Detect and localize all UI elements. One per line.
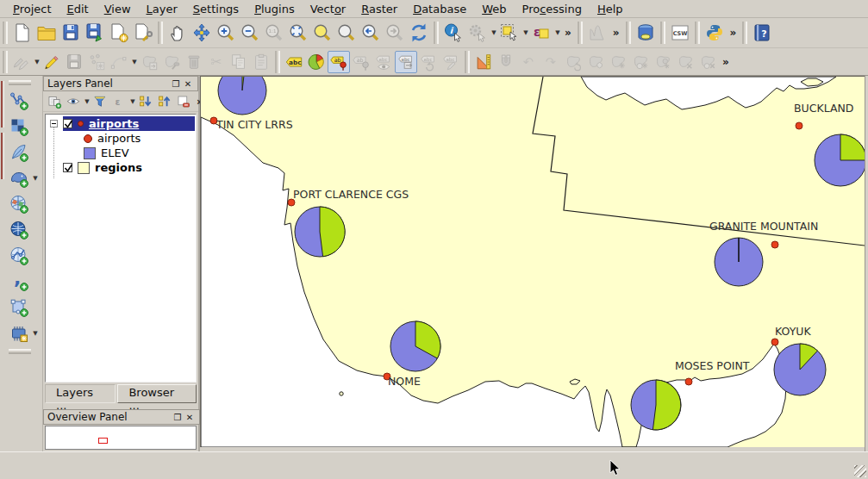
manage-layer-visibility-button[interactable] [64, 92, 83, 111]
select-features-button[interactable] [497, 21, 521, 45]
dock-tab-layers[interactable]: Layers ... [45, 384, 116, 403]
dropdown-arrow-icon[interactable]: ▼ [490, 29, 497, 36]
help-contents-button[interactable]: ? [750, 21, 774, 45]
toolbar-grip[interactable] [742, 22, 747, 44]
menu-vector[interactable]: Vector [303, 1, 353, 17]
menu-view[interactable]: View [97, 1, 139, 17]
toolbar-overflow-chevron[interactable]: » [561, 27, 575, 39]
composer-manager-button[interactable] [131, 21, 155, 45]
new-print-composer-button[interactable] [107, 21, 131, 45]
close-panel-icon[interactable]: ✕ [182, 79, 194, 89]
toolbar-edge-grip[interactable] [1, 76, 6, 451]
zoom-full-button[interactable] [286, 21, 310, 45]
dropdown-arrow-icon[interactable]: ▼ [34, 59, 41, 65]
float-panel-icon[interactable]: ❐ [172, 413, 184, 422]
menu-web[interactable]: Web [474, 1, 514, 17]
menu-help[interactable]: Help [590, 1, 631, 17]
dropdown-arrow-icon[interactable]: ▼ [129, 98, 136, 105]
toolbar-overflow-chevron[interactable]: » [727, 27, 740, 39]
toolbar-grip[interactable] [275, 51, 280, 73]
new-project-button[interactable] [10, 21, 34, 45]
add-raster-layer-button[interactable] [7, 115, 31, 139]
save-project-button[interactable] [59, 21, 83, 45]
menu-processing[interactable]: Processing [515, 1, 590, 17]
toolbar-grip[interactable] [465, 51, 470, 73]
dropdown-arrow-icon[interactable]: ▼ [522, 29, 529, 36]
toolbar-grip[interactable] [9, 80, 31, 85]
zoom-last-button[interactable] [359, 21, 383, 45]
toolbar-overflow-chevron[interactable]: » [719, 56, 733, 68]
filter-legend-button[interactable] [91, 92, 109, 111]
toolbar-grip[interactable] [9, 349, 31, 354]
save-project-as-button[interactable] [83, 21, 107, 45]
menu-database[interactable]: Database [405, 1, 474, 17]
dock-tab-browser[interactable]: Browser ... [117, 384, 197, 403]
toolbar-grip[interactable] [434, 22, 439, 44]
open-project-button[interactable] [34, 21, 59, 45]
toolbar-grip[interactable] [3, 51, 8, 73]
add-postgis-layer-button[interactable] [7, 166, 31, 190]
toolbar-grip[interactable] [578, 22, 583, 44]
layer-visibility-checkbox[interactable] [63, 163, 72, 172]
dropdown-arrow-icon[interactable]: ▼ [32, 175, 39, 182]
toolbar-grip[interactable] [660, 22, 665, 44]
toolbar-overflow-chevron[interactable]: » [609, 27, 623, 39]
menu-plugins[interactable]: Plugins [247, 1, 303, 17]
pan-map-button[interactable] [165, 21, 190, 45]
dropdown-arrow-icon[interactable]: ▼ [32, 330, 39, 337]
add-vector-layer-button[interactable] [7, 89, 31, 113]
zoom-to-layer-button[interactable] [310, 21, 334, 45]
layer-tree-row[interactable]: ELEV [46, 146, 196, 160]
add-wms-layer-button[interactable] [7, 192, 31, 216]
menu-project[interactable]: Project [5, 1, 59, 17]
add-wfs-layer-button[interactable] [7, 244, 31, 268]
db-manager-button[interactable] [634, 21, 658, 45]
remove-layer-group-button[interactable] [174, 92, 193, 111]
map-canvas[interactable]: TIN CITY LRRSPORT CLARENCE CGSNOMEBUCKLA… [200, 76, 865, 447]
menu-layer[interactable]: Layer [139, 1, 185, 17]
close-panel-icon[interactable]: ✕ [184, 413, 196, 422]
expand-all-button[interactable] [136, 92, 155, 111]
layer-label[interactable]: regions [95, 161, 142, 174]
dropdown-arrow-icon[interactable]: ▼ [131, 59, 138, 65]
pan-to-selection-button[interactable] [190, 21, 214, 45]
python-console-button[interactable] [703, 21, 727, 45]
toggle-editing-button[interactable] [41, 51, 63, 73]
toolbar-grip[interactable] [626, 22, 631, 44]
layer-visibility-checkbox[interactable] [63, 119, 72, 128]
highlight-pinned-labels-button[interactable]: ab [328, 51, 350, 73]
layer-tree-row[interactable]: airports [46, 116, 196, 131]
identify-features-button[interactable]: i [441, 21, 465, 45]
refresh-map-button[interactable] [407, 21, 431, 45]
collapse-all-button[interactable] [155, 92, 174, 111]
menu-raster[interactable]: Raster [353, 1, 405, 17]
toolbar-grip[interactable] [158, 22, 163, 44]
add-delimited-text-layer-button[interactable]: , [7, 270, 31, 294]
menu-settings[interactable]: Settings [185, 1, 247, 17]
window-resize-grip[interactable] [854, 465, 866, 477]
toolbar-grip[interactable] [695, 22, 700, 44]
move-label-button[interactable]: abc [395, 51, 417, 73]
layer-label[interactable]: airports [97, 132, 141, 145]
tree-expander-minus[interactable] [50, 120, 58, 128]
dropdown-arrow-icon[interactable]: ▼ [554, 29, 561, 36]
add-spatialite-layer-button[interactable] [7, 140, 31, 165]
zoom-out-button[interactable] [238, 21, 262, 45]
filter-by-expression-button[interactable]: ε [109, 92, 128, 111]
overview-map[interactable] [45, 426, 197, 450]
layer-tree-row[interactable]: airports [46, 131, 196, 146]
dropdown-arrow-icon[interactable]: ▼ [84, 98, 91, 105]
toolbar-grip[interactable] [3, 22, 8, 44]
zoom-to-selection-button[interactable] [334, 21, 359, 45]
layer-diagram-options-button[interactable] [305, 51, 328, 73]
layer-labeling-options-button[interactable]: abc [283, 51, 305, 73]
layer-tree-row[interactable]: regions [46, 160, 196, 175]
menu-edit[interactable]: Edit [59, 1, 97, 17]
add-virtual-layer-button[interactable] [7, 321, 31, 345]
metasearch-csw-button[interactable]: CSW [668, 21, 692, 45]
add-wcs-layer-button[interactable] [7, 218, 31, 242]
overview-extent-rect[interactable] [98, 438, 108, 444]
zoom-in-button[interactable] [214, 21, 238, 45]
layer-label[interactable]: airports [89, 117, 139, 130]
new-shapefile-layer-button[interactable] [7, 295, 31, 320]
